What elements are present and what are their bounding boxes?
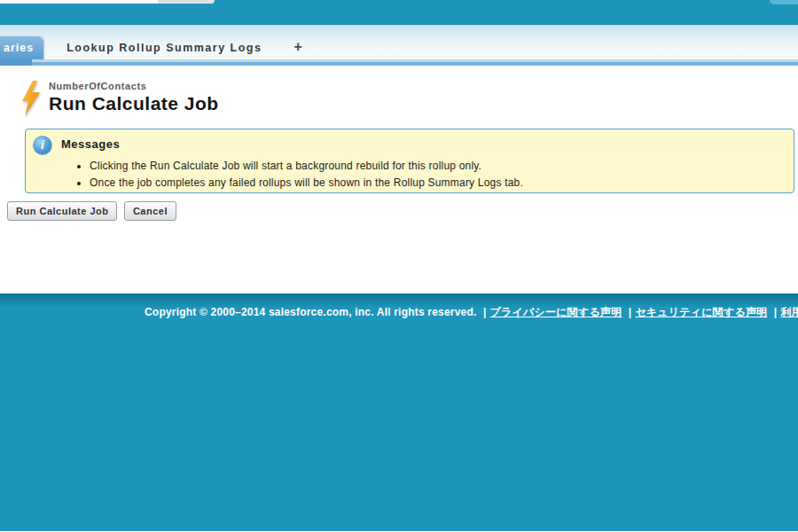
top-gray-tab-remnant (158, 0, 215, 4)
footer-link-terms[interactable]: 利用規約 (780, 306, 798, 318)
active-tab-underline-segment (0, 59, 32, 66)
run-calculate-job-button[interactable]: Run Calculate Job (7, 201, 117, 221)
footer-link-privacy[interactable]: プライバシーに関する声明 (490, 306, 622, 318)
tab-lookup-rollup-summary-logs[interactable]: Lookup Rollup Summary Logs (43, 36, 281, 59)
top-right-remnant (770, 0, 798, 4)
messages-info-box: i Messages Clicking the Run Calculate Jo… (25, 129, 794, 193)
add-tab-plus-icon[interactable]: + (281, 35, 309, 59)
tab-bar: aries Lookup Rollup Summary Logs + (0, 25, 798, 59)
footer-separator: | (774, 306, 778, 318)
masthead-bar (0, 4, 798, 25)
rollup-context-name: NumberOfContacts (49, 81, 219, 91)
cancel-button[interactable]: Cancel (124, 201, 176, 221)
message-item: Once the job completes any failed rollup… (90, 175, 794, 192)
info-icon: i (33, 136, 52, 155)
tab-lookup-rollup-summaries-active[interactable]: aries (0, 36, 43, 59)
page-footer: Copyright © 2000–2014 salesforce.com, in… (0, 293, 798, 531)
footer-separator: | (483, 306, 487, 318)
page-title: Run Calculate Job (49, 93, 219, 114)
message-item: Clicking the Run Calculate Job will star… (90, 158, 794, 175)
messages-list: Clicking the Run Calculate Job will star… (26, 158, 794, 192)
messages-title: Messages (26, 129, 794, 151)
page-header: NumberOfContacts Run Calculate Job (0, 66, 798, 116)
top-white-remnant (0, 0, 158, 4)
button-row: Run Calculate Job Cancel (7, 201, 798, 221)
page-header-text: NumberOfContacts Run Calculate Job (49, 81, 219, 114)
footer-separator: | (629, 306, 632, 318)
top-edge-strip (0, 0, 798, 4)
footer-legal-line: Copyright © 2000–2014 salesforce.com, in… (0, 293, 798, 320)
main-content: NumberOfContacts Run Calculate Job i Mes… (0, 66, 798, 293)
footer-link-security[interactable]: セキュリティに関する声明 (635, 306, 767, 318)
copyright-text: Copyright © 2000–2014 salesforce.com, in… (145, 306, 477, 318)
tab-underline-bar (0, 59, 798, 66)
lightning-bolt-icon (18, 81, 43, 116)
